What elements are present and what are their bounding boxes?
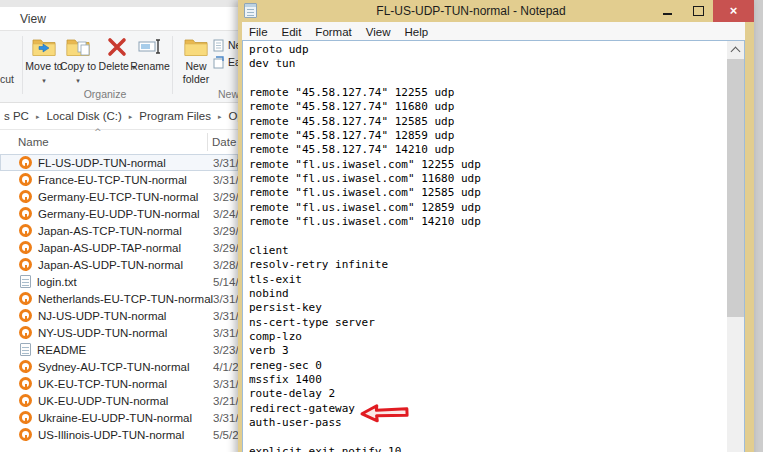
file-icon — [19, 173, 32, 186]
file-name: Netherlands-EU-TCP-TUN-normal — [38, 293, 213, 305]
file-icon — [19, 258, 32, 271]
breadcrumb-segment[interactable]: OpenVPN — [225, 104, 238, 129]
table-row[interactable]: login.txt 5/14/ — [0, 273, 238, 290]
explorer-titlebar-edge — [0, 0, 238, 7]
file-name: Germany-EU-TCP-TUN-normal — [38, 191, 198, 203]
close-button[interactable]: × — [713, 0, 754, 22]
easy-access-icon — [213, 56, 225, 71]
breadcrumb: s PC▸Local Disk (C:)▸Program Files▸OpenV… — [1, 104, 238, 129]
chevron-right-icon: ▸ — [32, 105, 44, 130]
table-row[interactable]: Japan-AS-TCP-TUN-normal 3/29/ — [0, 222, 238, 239]
config-text: proto udp dev tun remote "45.58.127.74" … — [243, 41, 727, 452]
file-name: Ukraine-EU-UDP-TUN-normal — [38, 412, 192, 424]
copy-to-button[interactable]: Copy to ▾ — [59, 35, 97, 87]
paste-shortcut-label-fragment[interactable]: cut — [0, 73, 14, 85]
ribbon-group-organize-label: Organize — [35, 88, 175, 100]
table-row[interactable]: US-Illinois-UDP-TUN-normal 5/5/2 — [0, 426, 238, 443]
file-icon — [19, 292, 32, 305]
tab-view[interactable]: View — [14, 7, 52, 31]
new-folder-button[interactable]: New folder — [176, 35, 216, 85]
delete-label: Delete — [99, 60, 129, 72]
maximize-button[interactable] — [683, 0, 713, 22]
file-date: 3/28/ — [213, 259, 238, 271]
address-bar[interactable]: s PC▸Local Disk (C:)▸Program Files▸OpenV… — [0, 104, 238, 130]
breadcrumb-segment[interactable]: s PC — [1, 104, 32, 129]
table-row[interactable]: UK-EU-TCP-TUN-normal 3/31/ — [0, 375, 238, 392]
easy-access-button[interactable]: Ea — [213, 56, 238, 71]
scrollbar[interactable] — [727, 41, 744, 452]
table-row[interactable]: FL-US-UDP-TUN-normal 3/31/ — [0, 154, 238, 171]
file-date: 3/24/ — [213, 208, 238, 220]
file-name: UK-EU-UDP-TUN-normal — [38, 395, 168, 407]
menu-item[interactable]: File — [242, 23, 275, 41]
file-list: FL-US-UDP-TUN-normal 3/31/ France-EU-TCP… — [0, 154, 238, 443]
chevron-right-icon: ▸ — [125, 105, 137, 130]
breadcrumb-segment[interactable]: Program Files — [136, 104, 214, 129]
new-item-label-fragment: Ne — [228, 39, 238, 51]
red-arrow-annotation — [360, 402, 411, 424]
file-name: NY-US-UDP-TUN-normal — [38, 327, 167, 339]
file-icon — [19, 309, 32, 322]
file-name: NJ-US-UDP-TUN-normal — [38, 310, 166, 322]
table-row[interactable]: README 3/23/ — [0, 341, 238, 358]
new-item-icon — [213, 39, 225, 54]
scrollbar-thumb[interactable] — [727, 59, 744, 317]
ribbon: cut Move to ▾ Copy — [0, 31, 238, 103]
close-icon: × — [730, 3, 738, 18]
copy-to-label: Copy to — [60, 60, 96, 72]
move-to-folder-icon — [31, 36, 57, 58]
file-date: 3/31/ — [213, 378, 238, 390]
column-divider[interactable] — [207, 133, 208, 151]
menu-item[interactable]: Help — [398, 23, 436, 41]
file-icon — [19, 207, 32, 220]
menu-item[interactable]: Edit — [275, 23, 309, 41]
table-row[interactable]: France-EU-TCP-TUN-normal 3/31/ — [0, 171, 238, 188]
chevron-down-icon: ▾ — [76, 77, 80, 85]
table-row[interactable]: NJ-US-UDP-TUN-normal 3/31/ — [0, 307, 238, 324]
breadcrumb-segment[interactable]: Local Disk (C:) — [43, 104, 124, 129]
scroll-up-button[interactable] — [727, 41, 744, 58]
file-date: 3/29/ — [213, 225, 238, 237]
file-date: 3/31/ — [213, 157, 238, 169]
file-icon — [19, 190, 32, 203]
table-row[interactable]: Japan-AS-UDP-TAP-normal 3/29/ — [0, 239, 238, 256]
sort-ascending-icon: ^ — [94, 127, 102, 137]
move-to-button[interactable]: Move to ▾ — [25, 35, 63, 87]
file-date: 3/29/ — [213, 242, 238, 254]
menu-item[interactable]: Format — [308, 23, 358, 41]
table-row[interactable]: UK-EU-UDP-TUN-normal 3/21/ — [0, 392, 238, 409]
table-row[interactable]: Netherlands-EU-TCP-TUN-normal 3/31/ — [0, 290, 238, 307]
column-header-name[interactable]: Name — [18, 136, 49, 148]
new-item-button[interactable]: Ne — [213, 39, 238, 54]
file-name: Japan-AS-TCP-TUN-normal — [38, 225, 182, 237]
ribbon-separator — [22, 36, 23, 94]
table-row[interactable]: Japan-AS-UDP-TUN-normal 3/28/ — [0, 256, 238, 273]
ribbon-tab-strip: View — [0, 7, 238, 31]
table-row[interactable]: Germany-EU-UDP-TUN-normal 3/24/ — [0, 205, 238, 222]
file-name: FL-US-UDP-TUN-normal — [38, 157, 166, 169]
file-name: UK-EU-TCP-TUN-normal — [38, 378, 167, 390]
column-header-date[interactable]: Date — [212, 136, 236, 148]
notepad-body: proto udp dev tun remote "45.58.127.74" … — [242, 40, 745, 452]
file-date: 3/31/ — [213, 412, 238, 424]
file-list-header: ^ Name Date — [0, 130, 238, 154]
file-icon — [19, 156, 32, 169]
file-date: 3/31/ — [213, 293, 238, 305]
new-folder-icon — [183, 36, 209, 58]
file-date: 3/23/ — [213, 344, 238, 356]
file-date: 5/5/2 — [213, 429, 238, 441]
file-name: Japan-AS-UDP-TUN-normal — [38, 259, 183, 271]
table-row[interactable]: Sydney-AU-TCP-TUN-normal 4/1/2 — [0, 358, 238, 375]
minimize-button[interactable] — [653, 0, 683, 22]
text-area[interactable]: proto udp dev tun remote "45.58.127.74" … — [243, 41, 727, 452]
rename-button[interactable]: Rename — [130, 35, 170, 73]
table-row[interactable]: Germany-EU-TCP-TUN-normal 3/29/ — [0, 188, 238, 205]
rename-label: Rename — [130, 60, 170, 72]
table-row[interactable]: Ukraine-EU-UDP-TUN-normal 3/31/ — [0, 409, 238, 426]
notepad-titlebar[interactable]: FL-US-UDP-TUN-normal - Notepad × — [238, 0, 754, 22]
file-icon — [19, 377, 32, 390]
menu-item[interactable]: View — [359, 23, 398, 41]
explorer-window: View cut Move to ▾ — [0, 0, 238, 452]
table-row[interactable]: NY-US-UDP-TUN-normal 3/31/ — [0, 324, 238, 341]
file-icon — [20, 275, 31, 288]
